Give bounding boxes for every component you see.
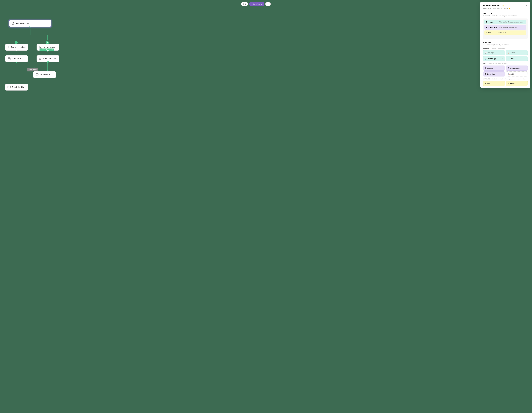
invisible-app-icon: 📡 [484, 58, 487, 60]
export-value: {{Phone}}, {{MembersName}} [499, 27, 516, 28]
engage-category-desc: Two way communication. [491, 48, 505, 49]
flow-canvas: Household Info A B Address Update Author… [2, 10, 82, 113]
contact-info-label: Contact Info [12, 57, 23, 60]
upload-document-label[interactable]: Upload Document [39, 48, 54, 51]
form-value: "Here is a list of members we currently.… [499, 21, 523, 23]
chat-icon [36, 73, 39, 76]
email-mobile-node[interactable]: Email, Mobile [5, 84, 28, 91]
data-category-desc: Work with data you've collected. [489, 63, 507, 64]
branch-label: Branch [510, 83, 515, 84]
step-logic-title: Step Logic [483, 12, 528, 15]
clipboard-icon [12, 22, 15, 25]
modules-subtitle: The basic building blocks of your workfl… [483, 44, 528, 46]
right-panel: Household Info ✏️ Please enter a descrip… [480, 2, 530, 88]
link-datatable-tile[interactable]: 🗄 Link Datatable [506, 66, 528, 71]
aiml-label: AI/ML [511, 73, 514, 75]
title-edit-icon[interactable]: ✏️ [502, 5, 504, 7]
proof-of-income-node[interactable]: Proof of Income [37, 55, 59, 62]
message-icon: 💬 [484, 52, 487, 54]
branch-b-label: B [47, 42, 48, 43]
form-info-icon[interactable]: ⓘ [525, 58, 526, 60]
message-tile[interactable]: 💬 Message [483, 50, 505, 55]
export-label: Export Data [488, 27, 498, 28]
panel-title: Household Info ✏️ [483, 4, 510, 7]
menu-module-tile[interactable]: ≡ Menu [483, 81, 505, 86]
navigate-divider [491, 78, 491, 80]
branch-tile[interactable]: ⎇ Branch [506, 81, 528, 86]
data-category-name: DATA [483, 63, 486, 64]
counter-button[interactable]: ⏱ 0 [241, 2, 248, 6]
panel-title-text: Household Info [483, 4, 501, 7]
menu-value: A: Yes. B: No [498, 32, 506, 33]
step-logic-area: 🗒 Form "Here is a list of members we cur… [483, 19, 528, 39]
list-icon [8, 46, 10, 49]
export-data-icon: ⬆ [484, 73, 486, 75]
household-info-node[interactable]: Household Info [9, 20, 51, 27]
menu-label: Menu [488, 32, 497, 34]
export-icon: ⬆ [486, 26, 487, 28]
logic-form-item[interactable]: 🗒 Form "Here is a list of members we cur… [484, 20, 526, 24]
prompt-tile[interactable]: 📋 Prompt [506, 50, 528, 55]
email-mobile-label: Email, Mobile [12, 86, 24, 88]
form-tile[interactable]: 🗒 Form* ⓘ [506, 56, 528, 61]
panel-body: Step Logic Assemble the flow for this st… [480, 10, 530, 88]
svg-point-27 [9, 58, 9, 59]
data-divider [488, 63, 488, 65]
address-update-label: Address Update [11, 46, 26, 48]
prompt-label: Prompt [511, 52, 515, 54]
toolbar: ⏱ 0 ✦ Test Workflow ⚙ [241, 2, 271, 6]
authorization-label: Authorization [44, 46, 56, 48]
aiml-icon: 🤖 [507, 73, 510, 75]
message-label: Message [488, 52, 494, 54]
aiml-tile[interactable]: 🤖 AI/ML [506, 71, 528, 76]
engage-module-grid: 💬 Message 📋 Prompt 📡 Invisible App ⓘ 🗒 F… [483, 50, 528, 61]
link-datatable-icon: 🗄 [507, 67, 509, 69]
export-data-tile[interactable]: ⬆ Export Data [483, 71, 505, 76]
data-category-header: DATA Work with data you've collected. [483, 63, 528, 65]
test-workflow-label: Test Workflow [253, 3, 262, 5]
clipboard2-icon [39, 57, 41, 60]
panel-header: Household Info ✏️ Please enter a descrip… [480, 2, 530, 10]
contact-info-node[interactable]: Contact Info [5, 55, 28, 62]
invisible-app-tile[interactable]: 📡 Invisible App ⓘ [483, 56, 505, 61]
menu-module-label: Menu [486, 83, 490, 84]
gear-icon: ⚙ [267, 3, 269, 5]
navigate-module-grid: ≡ Menu ⎇ Branch [483, 81, 528, 86]
compute-tile[interactable]: ⚙ Compute [483, 66, 505, 71]
logic-export-item[interactable]: ⬆ Export Data {{Phone}}, {{MembersName}} [484, 25, 526, 29]
household-info-label: Household Info [16, 22, 30, 25]
settings-button[interactable]: ⚙ [265, 2, 271, 6]
menu-module-icon: ≡ [484, 82, 486, 84]
engage-category-header: ENGAGE Two way communication. [483, 47, 528, 49]
panel-title-area: Household Info ✏️ Please enter a descrip… [483, 4, 510, 9]
counter-value: 0 [245, 3, 246, 5]
address-update-node[interactable]: Address Update [5, 44, 28, 51]
id-icon [8, 57, 11, 60]
panel-subtitle: Please enter a description for this step… [483, 8, 510, 9]
navigate-category-name: NAVIGATE [483, 78, 490, 80]
modules-title: Modules [483, 41, 528, 44]
subtitle-edit-icon[interactable]: ✏️ [509, 8, 510, 9]
test-workflow-button[interactable]: ✦ Test Workflow [249, 2, 265, 6]
step-logic-subtitle: Assemble the flow for this step using th… [483, 15, 528, 17]
main-menu-label[interactable]: Main Menu [27, 68, 38, 71]
wand-icon: ✦ [251, 3, 252, 5]
branch-a-badge: A [15, 41, 18, 44]
engage-category-name: ENGAGE [483, 48, 489, 49]
invisible-app-info-icon[interactable]: ⓘ [502, 58, 503, 60]
checkbox-icon [39, 46, 42, 49]
thank-you-node[interactable]: Thank you [33, 71, 56, 78]
form-tile-icon: 🗒 [507, 58, 509, 60]
branch-a-label: A [16, 42, 17, 43]
thank-you-label: Thank you [40, 74, 50, 76]
logic-menu-item[interactable]: ≡ Menu A: Yes. B: No [484, 30, 526, 35]
form-label: Form [489, 21, 498, 23]
branch-b-badge: B [46, 41, 49, 44]
close-button[interactable]: ✕ [526, 4, 528, 7]
menu-icon: ≡ [486, 32, 487, 34]
navigate-category-desc: Define branching flow. Always placed at … [492, 78, 526, 80]
svg-rect-25 [39, 46, 42, 48]
link-datatable-label: Link Datatable [510, 67, 520, 69]
compute-icon: ⚙ [484, 67, 486, 69]
data-module-grid: ⚙ Compute 🗄 Link Datatable ⬆ Export Data… [483, 66, 528, 76]
